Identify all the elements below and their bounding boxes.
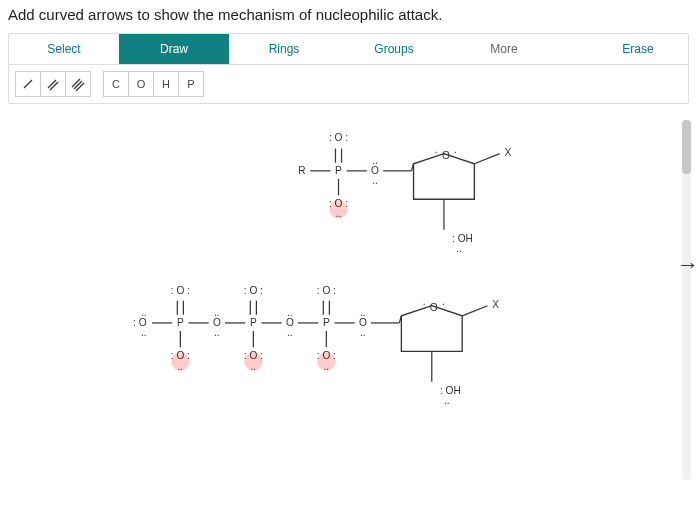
svg-text:: O :: : O :	[244, 285, 263, 296]
svg-text:..: ..	[251, 361, 257, 372]
svg-text:O: O	[430, 302, 438, 313]
atom-tool-p[interactable]: P	[178, 71, 204, 97]
label-P-top: P	[335, 165, 342, 176]
top-structure: R P : O : : O : .. O .. .. O . . X	[298, 132, 511, 254]
svg-text:..: ..	[287, 327, 293, 338]
svg-text:..: ..	[141, 327, 147, 338]
scrollbar-thumb[interactable]	[682, 120, 691, 174]
svg-text:..: ..	[214, 327, 220, 338]
svg-line-4	[74, 81, 82, 89]
drawing-canvas[interactable]: R P : O : : O : .. O .. .. O . . X	[8, 108, 667, 503]
scrollbar[interactable]	[682, 120, 691, 480]
svg-text:..: ..	[372, 175, 378, 186]
svg-line-3	[72, 79, 80, 87]
svg-text:..: ..	[214, 307, 220, 318]
draw-tool-row: C O H P	[9, 65, 688, 103]
ring-bottom: O . . X : OH ..	[399, 296, 499, 406]
svg-text:O: O	[442, 150, 450, 161]
svg-text:.: .	[442, 296, 445, 307]
svg-text:.: .	[423, 296, 426, 307]
atom-tool-o[interactable]: O	[128, 71, 154, 97]
tab-erase[interactable]: Erase	[588, 34, 688, 64]
svg-line-72	[462, 306, 487, 316]
svg-text:..: ..	[141, 307, 147, 318]
atom-tool-h[interactable]: H	[153, 71, 179, 97]
toolbox: Select Draw Rings Groups More Erase C O …	[8, 33, 689, 104]
triple-bond-tool[interactable]	[65, 71, 91, 97]
svg-text:P: P	[177, 317, 184, 328]
ring-top: O . . X : OH ..	[412, 144, 512, 254]
svg-line-21	[474, 154, 499, 164]
tab-more[interactable]: More	[449, 34, 559, 64]
tab-rings[interactable]: Rings	[229, 34, 339, 64]
label-Otop1: : O :	[329, 132, 348, 143]
label-X-top: X	[504, 147, 511, 158]
svg-text:.: .	[435, 144, 438, 155]
svg-line-0	[24, 80, 32, 88]
svg-text:.: .	[454, 144, 457, 155]
atom-tool-c[interactable]: C	[103, 71, 129, 97]
svg-text:: O :: : O :	[317, 285, 336, 296]
label-R: R	[298, 165, 305, 176]
bottom-structure: : O .. .. P : O : : O : .. O .. .. P : O…	[133, 285, 499, 407]
svg-text:..: ..	[360, 327, 366, 338]
svg-line-1	[48, 80, 56, 88]
svg-text:..: ..	[456, 243, 462, 254]
bond-tool-group	[15, 71, 91, 97]
tab-select[interactable]: Select	[9, 34, 119, 64]
single-bond-tool[interactable]	[15, 71, 41, 97]
question-text: Add curved arrows to show the mechanism …	[0, 0, 697, 33]
svg-line-5	[76, 83, 84, 91]
svg-text:..: ..	[287, 307, 293, 318]
svg-text:P: P	[323, 317, 330, 328]
tab-row: Select Draw Rings Groups More Erase	[9, 34, 688, 65]
svg-text:..: ..	[178, 361, 184, 372]
svg-text:: O :: : O :	[171, 285, 190, 296]
svg-text:..: ..	[444, 395, 450, 406]
svg-text:..: ..	[324, 361, 330, 372]
double-bond-tool[interactable]	[40, 71, 66, 97]
svg-text:..: ..	[360, 307, 366, 318]
tab-groups[interactable]: Groups	[339, 34, 449, 64]
svg-text:..: ..	[372, 155, 378, 166]
svg-line-2	[50, 82, 58, 90]
atom-tool-group: C O H P	[103, 71, 204, 97]
label-X-bottom: X	[492, 299, 499, 310]
tab-draw[interactable]: Draw	[119, 34, 229, 64]
svg-text:P: P	[250, 317, 257, 328]
next-arrow-icon[interactable]: →	[677, 252, 697, 278]
svg-text:..: ..	[336, 208, 342, 219]
